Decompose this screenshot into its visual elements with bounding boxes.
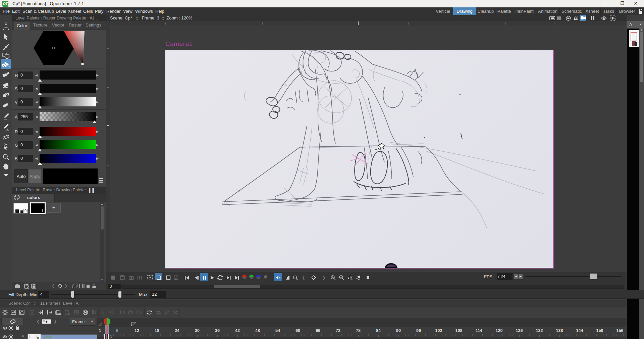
svg-text:OT: OT [3, 2, 8, 6]
